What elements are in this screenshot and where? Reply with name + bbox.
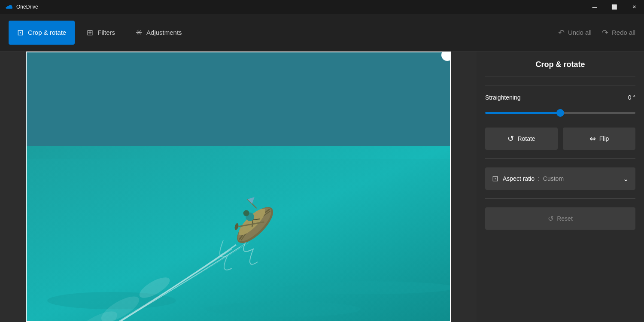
crop-rotate-icon: ⊡	[17, 28, 24, 37]
main-content: Crop & rotate Straightening 0 ° ↺ Rotate…	[0, 52, 644, 322]
adjustments-label: Adjustments	[146, 29, 182, 36]
aspect-ratio-button[interactable]: ⊡ Aspect ratio : Custom ⌄	[485, 167, 635, 190]
aspect-ratio-label: Aspect ratio : Custom	[503, 175, 619, 182]
svg-rect-18	[26, 159, 451, 322]
onedrive-icon	[5, 3, 13, 11]
rotate-label: Rotate	[517, 135, 535, 142]
filters-tool-button[interactable]: ⊞ Filters	[78, 21, 124, 45]
canvas-area[interactable]	[0, 52, 477, 322]
rotate-flip-row: ↺ Rotate ⇔ Flip	[485, 128, 635, 150]
minimize-button[interactable]: —	[585, 0, 605, 14]
boat-scene-svg	[26, 52, 451, 322]
title-bar: OneDrive — ⬜ ✕	[0, 0, 644, 14]
slider-container	[485, 106, 635, 117]
rotate-button[interactable]: ↺ Rotate	[485, 128, 558, 150]
adjustments-tool-button[interactable]: ✳ Adjustments	[127, 21, 191, 45]
aspect-ratio-icon: ⊡	[492, 174, 498, 183]
undo-all-label: Undo all	[568, 29, 592, 36]
restore-button[interactable]: ⬜	[605, 0, 624, 14]
right-panel: Crop & rotate Straightening 0 ° ↺ Rotate…	[477, 52, 644, 322]
aspect-colon: :	[538, 175, 540, 182]
toolbar: ⊡ Crop & rotate ⊞ Filters ✳ Adjustments …	[0, 14, 644, 52]
flip-label: Flip	[599, 135, 609, 142]
redo-all-button[interactable]: ↷ Redo all	[602, 28, 635, 37]
straightening-section: Straightening 0 °	[485, 94, 635, 117]
svg-rect-0	[26, 52, 451, 146]
crop-rotate-label: Crop & rotate	[28, 29, 66, 36]
filters-label: Filters	[97, 29, 115, 36]
toolbar-actions: ↶ Undo all ↷ Redo all	[558, 28, 635, 37]
filters-icon: ⊞	[87, 28, 93, 37]
undo-all-icon: ↶	[558, 28, 565, 37]
reset-icon: ↺	[548, 215, 553, 223]
redo-all-label: Redo all	[612, 29, 635, 36]
title-bar-left: OneDrive	[0, 3, 585, 11]
toolbar-tools: ⊡ Crop & rotate ⊞ Filters ✳ Adjustments	[9, 21, 558, 45]
adjustments-icon: ✳	[136, 28, 142, 37]
flip-button[interactable]: ⇔ Flip	[563, 128, 635, 150]
straightening-value: 0 °	[628, 94, 635, 101]
close-button[interactable]: ✕	[624, 0, 644, 14]
reset-button[interactable]: ↺ Reset	[485, 207, 635, 230]
separator-bottom	[485, 198, 635, 199]
reset-label: Reset	[557, 215, 573, 222]
section-header: Straightening 0 °	[485, 94, 635, 101]
crop-rotate-tool-button[interactable]: ⊡ Crop & rotate	[9, 21, 75, 45]
aspect-ratio-value: Custom	[543, 175, 564, 182]
redo-all-icon: ↷	[602, 28, 608, 37]
panel-title: Crop & rotate	[485, 60, 635, 76]
aspect-ratio-text: Aspect ratio	[503, 175, 535, 182]
image-container	[26, 52, 451, 322]
title-bar-controls: — ⬜ ✕	[585, 0, 644, 14]
straightening-slider[interactable]	[485, 112, 635, 114]
chevron-down-icon: ⌄	[623, 175, 629, 183]
rotate-icon: ↺	[507, 134, 514, 143]
flip-icon: ⇔	[589, 134, 596, 143]
title-bar-title: OneDrive	[16, 4, 38, 10]
separator-mid	[485, 158, 635, 159]
undo-all-button[interactable]: ↶ Undo all	[558, 28, 592, 37]
separator-top	[485, 85, 635, 85]
straightening-label: Straightening	[485, 94, 521, 101]
